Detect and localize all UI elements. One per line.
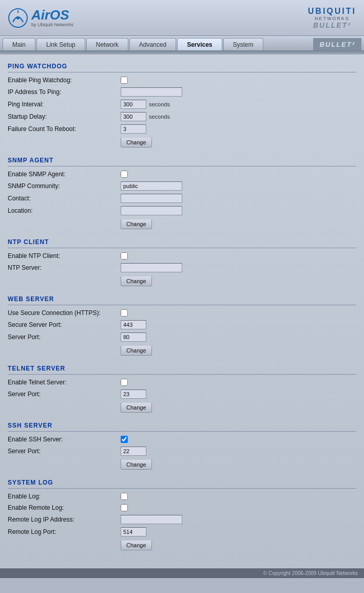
- ntp-change-button[interactable]: Change: [121, 276, 152, 286]
- server-port-label: Server Port:: [8, 333, 121, 341]
- snmp-contact-label: Contact:: [8, 195, 121, 202]
- ping-interval-unit: seconds: [149, 101, 170, 107]
- ssh-port-label: Server Port:: [8, 448, 121, 455]
- ping-watchdog-ip-row: IP Address To Ping:: [8, 86, 356, 98]
- secure-port-label: Secure Server Port:: [8, 321, 121, 328]
- copyright-text: © Copyright 2006-2009 Ubiquiti Networks: [263, 570, 358, 576]
- main-content: PING WATCHDOG Enable Ping Watchdog: IP A…: [0, 54, 364, 568]
- ping-interval-label: Ping Interval:: [8, 101, 121, 108]
- https-enable-checkbox[interactable]: [121, 309, 128, 317]
- bullet-name: BULLET²: [313, 21, 351, 29]
- snmp-enable-checkbox[interactable]: [121, 171, 128, 178]
- tab-network[interactable]: Network: [86, 38, 128, 50]
- startup-delay-label: Startup Delay:: [8, 113, 121, 120]
- tab-system[interactable]: System: [223, 38, 263, 50]
- web-server-section: WEB SERVER Use Secure Connection (HTTPS)…: [8, 292, 356, 358]
- brand-text: AirOS by Ubiquiti Networks: [31, 8, 73, 27]
- snmp-community-label: SNMP Community:: [8, 182, 121, 190]
- ntp-enable-label: Enable NTP Client:: [8, 252, 121, 260]
- ntp-server-control: [121, 263, 182, 272]
- logo-left: AirOS by Ubiquiti Networks: [8, 8, 73, 28]
- log-enable-label: Enable Log:: [8, 493, 121, 500]
- web-server-title: WEB SERVER: [8, 292, 356, 305]
- log-enable-control: [121, 493, 128, 500]
- ping-watchdog-change-button[interactable]: Change: [121, 137, 152, 147]
- remote-log-port-input[interactable]: [121, 527, 146, 536]
- ping-watchdog-enable-label: Enable Ping Watchdog:: [8, 77, 121, 84]
- footer: © Copyright 2006-2009 Ubiquiti Networks: [0, 568, 364, 578]
- ntp-server-input[interactable]: [121, 263, 182, 272]
- remote-log-ip-row: Remote Log IP Address:: [8, 513, 356, 526]
- snmp-enable-label: Enable SNMP Agent:: [8, 171, 121, 178]
- nav-bar: Main Link Setup Network Advanced Service…: [0, 36, 364, 51]
- https-enable-label: Use Secure Connection (HTTPS):: [8, 309, 121, 317]
- snmp-community-input[interactable]: [121, 181, 182, 191]
- remote-log-enable-label: Enable Remote Log:: [8, 504, 121, 511]
- ping-watchdog-ip-input[interactable]: [121, 87, 182, 97]
- brand-name: AirOS: [31, 8, 73, 22]
- snmp-change-button[interactable]: Change: [121, 219, 152, 229]
- remote-log-enable-checkbox[interactable]: [121, 504, 128, 511]
- ping-watchdog-ip-control: [121, 87, 182, 97]
- telnet-change-button[interactable]: Change: [121, 402, 152, 413]
- telnet-enable-label: Enable Telnet Server:: [8, 379, 121, 386]
- https-enable-control: [121, 309, 128, 317]
- telnet-server-section: TELNET SERVER Enable Telnet Server: Serv…: [8, 362, 356, 415]
- header: AirOS by Ubiquiti Networks UBiQUiTi NETW…: [0, 0, 364, 36]
- ping-watchdog-ip-label: IP Address To Ping:: [8, 88, 121, 96]
- logo-right: UBiQUiTi NETWORKS BULLET²: [308, 7, 356, 29]
- system-log-change-button[interactable]: Change: [121, 540, 152, 550]
- ping-interval-input[interactable]: [121, 100, 146, 109]
- failure-count-control: [121, 124, 146, 134]
- snmp-enable-row: Enable SNMP Agent:: [8, 169, 356, 180]
- ntp-enable-control: [121, 252, 128, 260]
- ntp-client-section: NTP CLIENT Enable NTP Client: NTP Server…: [8, 235, 356, 288]
- snmp-contact-input[interactable]: [121, 194, 182, 203]
- web-server-change-button[interactable]: Change: [121, 345, 152, 356]
- tab-advanced[interactable]: Advanced: [129, 38, 176, 50]
- tab-main[interactable]: Main: [3, 38, 35, 50]
- system-log-section: SYSTEM LOG Enable Log: Enable Remote Log…: [8, 476, 356, 552]
- ping-watchdog-enable-control: [121, 77, 128, 84]
- ssh-enable-label: Enable SSH Server:: [8, 436, 121, 443]
- ssh-server-title: SSH SERVER: [8, 419, 356, 432]
- ssh-port-input[interactable]: [121, 447, 146, 456]
- secure-port-input[interactable]: [121, 320, 146, 329]
- ssh-enable-control: [121, 436, 128, 443]
- startup-delay-input[interactable]: [121, 112, 146, 121]
- ssh-button-row: Change: [8, 457, 356, 472]
- ntp-enable-checkbox[interactable]: [121, 252, 128, 260]
- ubiquiti-networks: NETWORKS: [315, 16, 350, 21]
- ping-watchdog-enable-checkbox[interactable]: [121, 77, 128, 84]
- remote-log-port-control: [121, 527, 146, 536]
- startup-delay-unit: seconds: [149, 114, 170, 120]
- telnet-enable-checkbox[interactable]: [121, 379, 128, 386]
- remote-log-enable-control: [121, 504, 128, 511]
- tab-services[interactable]: Services: [177, 38, 222, 50]
- snmp-enable-control: [121, 171, 128, 178]
- ssh-change-button[interactable]: Change: [121, 459, 152, 470]
- ping-interval-control: seconds: [121, 100, 170, 109]
- snmp-location-input[interactable]: [121, 206, 182, 215]
- tab-link-setup[interactable]: Link Setup: [36, 38, 85, 50]
- snmp-community-control: [121, 181, 182, 191]
- svg-point-1: [16, 16, 20, 20]
- log-enable-checkbox[interactable]: [121, 493, 128, 500]
- secure-port-control: [121, 320, 146, 329]
- ntp-server-label: NTP Server:: [8, 264, 121, 271]
- remote-log-ip-input[interactable]: [121, 515, 182, 524]
- snmp-location-label: Location:: [8, 207, 121, 214]
- failure-count-label: Failure Count To Reboot:: [8, 125, 121, 133]
- system-log-title: SYSTEM LOG: [8, 476, 356, 489]
- remote-log-enable-row: Enable Remote Log:: [8, 502, 356, 513]
- system-log-button-row: Change: [8, 538, 356, 552]
- brand-sub: by Ubiquiti Networks: [31, 22, 73, 27]
- ssh-enable-checkbox[interactable]: [121, 436, 128, 443]
- failure-count-row: Failure Count To Reboot:: [8, 123, 356, 135]
- airos-icon: [8, 8, 28, 28]
- ntp-button-row: Change: [8, 274, 356, 288]
- server-port-input[interactable]: [121, 332, 146, 342]
- ssh-port-row: Server Port:: [8, 445, 356, 457]
- failure-count-input[interactable]: [121, 124, 146, 134]
- telnet-port-input[interactable]: [121, 390, 146, 399]
